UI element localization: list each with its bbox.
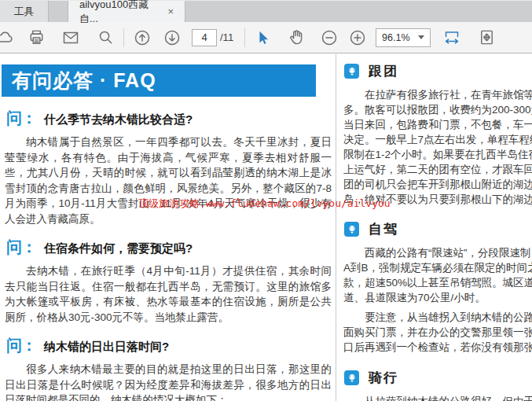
toolbar-separator — [244, 28, 245, 47]
close-icon[interactable]: × — [167, 6, 174, 17]
tab-tools-label: 工具 — [14, 5, 35, 19]
pdf-page: 有问必答 · FAQ 问： 什么季节去纳木错比较合适? 纳木错属于自然景区，一年… — [0, 54, 532, 401]
section-self-drive: 自驾 — [344, 220, 532, 238]
body-line: 限制在1-2个小时。如果要在扎西半岛住宿 — [343, 147, 532, 162]
body-line: 在拉萨有很多旅行社，在青年旅馆等驴 — [343, 87, 532, 102]
page-number-input[interactable] — [192, 29, 217, 46]
tab-tools[interactable]: 工具 — [0, 1, 49, 22]
section-cycling: 骑行 — [344, 369, 532, 387]
body-line: 西藏的公路有“限速站”，分段限速制 — [343, 245, 532, 260]
q-label: 问： — [6, 237, 36, 258]
body-line: 道、县道限速为70公里/小时。 — [343, 290, 532, 305]
tab-bar: 工具 ailvyou100西藏自... × — [0, 0, 532, 22]
faq-question-1: 问： 什么季节去纳木错比较合适? — [6, 108, 336, 129]
faq-answer-1: 纳木错属于自然景区，一年四季都可以去。冬天千里冰封，夏日莹莹绿水，各有特色。由于… — [5, 134, 332, 226]
transport-column: 跟团 在拉萨有很多旅行社，在青年旅馆等驴 多。散客可以报散团，收费约为200-3… — [336, 54, 532, 401]
zoom-level-dropdown[interactable]: 96.1% — [376, 28, 431, 47]
watermark-text: 顶级旅游攻略.www.fludehaw.com/lvyou/ailvyou — [138, 197, 391, 211]
email-icon[interactable] — [59, 26, 83, 50]
balloon-icon — [344, 370, 359, 385]
body-line: 上运气好，第二天的团有空位，才跟车回来 — [343, 162, 532, 177]
select-cursor-icon[interactable] — [251, 26, 275, 50]
faq-question-2: 问： 住宿条件如何，需要预定吗? — [6, 237, 336, 258]
page-total-label: /11 — [220, 31, 233, 43]
section-title: 跟团 — [369, 62, 398, 80]
print-icon[interactable] — [24, 26, 48, 50]
body-line: 决定。一般早上7点左右出发，单程车程约5 — [343, 132, 532, 147]
page-title: 有问必答 · FAQ — [2, 64, 316, 97]
section-group-tour: 跟团 — [344, 62, 532, 80]
section-title: 骑行 — [369, 369, 398, 387]
faq-answer-3: 很多人来纳木错最主要的目的就是拍这里的日出日落，那这里的日出日落是什么时候呢？因… — [5, 362, 332, 401]
page-up-icon[interactable] — [130, 26, 154, 50]
zoom-out-icon[interactable] — [317, 26, 341, 50]
chevron-down-icon — [418, 35, 424, 39]
question-text: 什么季节去纳木错比较合适? — [44, 112, 193, 127]
zoom-in-icon[interactable] — [346, 26, 369, 50]
tab-document[interactable]: ailvyou100西藏自... × — [68, 1, 185, 22]
body-line: 面购买门票，并在办公的交警那里领一张《 — [343, 325, 532, 340]
body-line: 口后再遇到一个检查站，若你没有领那张白 — [343, 340, 532, 355]
q-label: 问： — [6, 335, 36, 356]
body-line: 要注意，从当雄拐入到纳木错的公路不 — [343, 310, 532, 325]
fit-page-icon[interactable] — [475, 26, 498, 50]
body-line: 款，超速50%以上甚至吊销驾照。城区道路 — [343, 275, 532, 290]
zoom-level-value: 96.1% — [382, 32, 409, 43]
section-title: 自驾 — [369, 220, 398, 238]
page-down-icon[interactable] — [160, 26, 184, 50]
faq-column: 有问必答 · FAQ 问： 什么季节去纳木错比较合适? 纳木错属于自然景区，一年… — [0, 54, 336, 401]
faq-answer-2: 去纳木错，在旅行旺季（4月中旬-11月）才提供住宿，其余时间去只能当日往返。住宿… — [5, 263, 332, 325]
tab-document-label: ailvyou100西藏自... — [79, 0, 161, 26]
faq-question-3: 问： 纳木错的日出日落时间? — [6, 335, 336, 356]
body-line: 多。散客可以报散团，收费约为200-300元 — [343, 102, 532, 117]
q-label: 问： — [6, 108, 36, 129]
body-line: 从拉萨到纳木错的公路很好，但由于要 — [343, 394, 532, 401]
body-line: 团的司机只会把车开到那根山附近的湖边， — [343, 177, 532, 192]
body-line: A到B，强制规定车辆必须在限定的时间之后 — [343, 260, 532, 275]
hand-tool-icon[interactable] — [284, 26, 308, 50]
body-line: 当日来回，包路费和门票，不包餐，车一般 — [343, 117, 532, 132]
question-text: 住宿条件如何，需要预定吗? — [44, 241, 193, 256]
question-text: 纳木错的日出日落时间? — [44, 340, 169, 355]
balloon-icon — [344, 222, 359, 237]
cloud-icon[interactable] — [0, 26, 17, 50]
search-icon[interactable] — [94, 26, 117, 50]
fit-width-icon[interactable] — [440, 26, 464, 50]
toolbar-separator — [123, 28, 124, 47]
balloon-icon — [344, 64, 359, 79]
toolbar: /11 96.1% — [0, 22, 532, 53]
